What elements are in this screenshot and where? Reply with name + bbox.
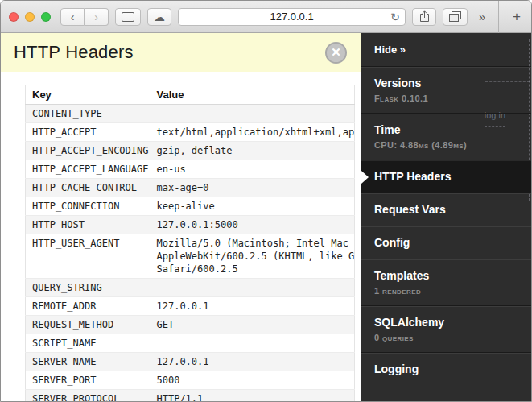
header-value-cell: 127.0.0.1 (151, 353, 355, 371)
traffic-light-close[interactable] (9, 12, 19, 22)
plus-icon: + (513, 9, 521, 25)
browser-toolbar: ‹ › ☁ 127.0.0.1 ↻ » + (1, 1, 531, 33)
sidebar-item-versions[interactable]: Versions Flask 0.10.1 (361, 67, 531, 114)
sidebar-item-templates[interactable]: Templates 1 rendered (361, 259, 531, 306)
table-row: HTTP_HOST127.0.0.1:5000 (26, 216, 355, 234)
traffic-light-zoom[interactable] (41, 12, 51, 22)
header-key-cell: HTTP_ACCEPT_ENCODING (26, 142, 151, 160)
header-value-cell: 127.0.0.1 (151, 297, 355, 316)
header-value-cell: GET (151, 316, 355, 334)
header-key-cell: QUERY_STRING (26, 279, 151, 297)
header-key-cell: HTTP_CONNECTION (26, 197, 151, 216)
sidebar-toggle-button[interactable] (115, 8, 141, 26)
toolbar-overflow-button[interactable]: » (474, 8, 490, 26)
table-row: HTTP_CONNECTIONkeep-alive (26, 197, 355, 216)
table-row: REQUEST_METHODGET (26, 316, 355, 334)
sidebar-item-subtitle: Flask 0.10.1 (374, 93, 518, 103)
table-row: HTTP_ACCEPT_LANGUAGEen-us (26, 160, 355, 179)
sidebar-item-request-vars[interactable]: Request Vars (361, 193, 531, 226)
header-value-cell: HTTP/1.1 (151, 390, 355, 402)
header-key-cell: REQUEST_METHOD (26, 316, 151, 334)
sidebar-panes-icon (122, 12, 134, 22)
share-icon (419, 10, 430, 23)
back-button[interactable]: ‹ (60, 8, 85, 26)
sidebar-item-logging[interactable]: Logging (361, 353, 531, 385)
header-value-cell (151, 105, 355, 123)
header-key-cell: REMOTE_ADDR (26, 297, 151, 316)
panel-title: HTTP Headers (14, 42, 134, 63)
close-panel-button[interactable]: ✕ (325, 42, 347, 64)
new-tab-button[interactable]: + (507, 8, 526, 26)
browser-window: ‹ › ☁ 127.0.0.1 ↻ » + HTTP Headers ✕ (0, 0, 532, 402)
debug-toolbar-sidebar: log in Hide » Versions Flask 0.10.1 Time… (361, 33, 531, 401)
table-row: REMOTE_ADDR127.0.0.1 (26, 297, 355, 316)
header-value-cell (151, 279, 355, 297)
header-value-cell (151, 334, 355, 353)
chevron-overflow-icon: » (479, 9, 485, 25)
cloud-icon: ☁ (154, 9, 165, 25)
close-icon: ✕ (331, 45, 341, 60)
history-navigation: ‹ › (60, 8, 109, 26)
sidebar-item-label: SQLAlchemy (374, 316, 518, 329)
debug-panel: HTTP Headers ✕ Key Value CONTENT_TYPEHTT… (1, 33, 361, 401)
column-header-key: Key (26, 85, 151, 105)
table-row: HTTP_ACCEPTtext/html,application/xhtml+x… (26, 123, 355, 142)
table-row: CONTENT_TYPE (26, 105, 355, 123)
table-row: SERVER_NAME127.0.0.1 (26, 353, 355, 371)
traffic-light-minimize[interactable] (25, 12, 35, 22)
hide-toolbar-button[interactable]: Hide » (361, 33, 531, 67)
table-row: QUERY_STRING (26, 279, 355, 297)
sidebar-item-label: Time (374, 123, 518, 136)
back-icon: ‹ (71, 9, 75, 25)
page-content: HTTP Headers ✕ Key Value CONTENT_TYPEHTT… (1, 33, 531, 401)
forward-button[interactable]: › (85, 8, 109, 26)
header-value-cell: max-age=0 (151, 179, 355, 197)
header-key-cell: SCRIPT_NAME (26, 334, 151, 353)
header-value-cell: en-us (151, 160, 355, 179)
share-button[interactable] (412, 8, 436, 26)
header-value-cell: text/html,application/xhtml+xml,app (151, 123, 355, 142)
table-row: HTTP_CACHE_CONTROLmax-age=0 (26, 179, 355, 197)
header-value-cell: 127.0.0.1:5000 (151, 216, 355, 234)
headers-table-wrap: Key Value CONTENT_TYPEHTTP_ACCEPTtext/ht… (25, 85, 355, 401)
sidebar-item-config[interactable]: Config (361, 226, 531, 259)
window-controls (9, 12, 51, 22)
sidebar-item-http-headers[interactable]: HTTP Headers (361, 160, 531, 193)
sidebar-item-label: Logging (374, 363, 518, 375)
table-row: SCRIPT_NAME (26, 334, 355, 353)
tabs-icon (449, 11, 461, 22)
toolbar-divider (498, 1, 499, 33)
sidebar-item-label: Versions (374, 77, 518, 89)
header-value-cell: keep-alive (151, 197, 355, 216)
icloud-tabs-button[interactable]: ☁ (147, 8, 171, 26)
table-row: HTTP_USER_AGENTMozilla/5.0 (Macintosh; I… (26, 234, 355, 279)
headers-table-body: CONTENT_TYPEHTTP_ACCEPTtext/html,applica… (26, 105, 355, 402)
sidebar-item-subtitle: 1 rendered (374, 286, 518, 296)
header-key-cell: HTTP_USER_AGENT (26, 234, 151, 279)
header-key-cell: SERVER_PROTOCOL (26, 390, 151, 402)
header-value-cell: gzip, deflate (151, 142, 355, 160)
reload-icon[interactable]: ↻ (390, 10, 400, 24)
sidebar-item-sqlalchemy[interactable]: SQLAlchemy 0 queries (361, 306, 531, 353)
header-key-cell: HTTP_ACCEPT (26, 123, 151, 142)
header-key-cell: SERVER_PORT (26, 371, 151, 390)
sidebar-item-label: Request Vars (374, 203, 518, 216)
table-row: SERVER_PORT5000 (26, 371, 355, 390)
sidebar-item-subtitle: 0 queries (374, 333, 518, 342)
sidebar-item-label: HTTP Headers (374, 170, 518, 183)
forward-icon: › (94, 9, 98, 25)
header-key-cell: CONTENT_TYPE (26, 105, 151, 123)
sidebar-item-subtitle: CPU: 4.88ms (4.89ms) (374, 140, 518, 150)
headers-table: Key Value CONTENT_TYPEHTTP_ACCEPTtext/ht… (25, 85, 355, 401)
tab-overview-button[interactable] (443, 8, 468, 26)
sidebar-item-time[interactable]: Time CPU: 4.88ms (4.89ms) (361, 114, 531, 160)
header-key-cell: SERVER_NAME (26, 353, 151, 371)
header-key-cell: HTTP_CACHE_CONTROL (26, 179, 151, 197)
header-value-cell: Mozilla/5.0 (Macintosh; Intel Mac O Appl… (151, 234, 355, 279)
sidebar-item-label: Config (374, 236, 518, 249)
table-row: SERVER_PROTOCOLHTTP/1.1 (26, 390, 355, 402)
address-bar[interactable]: 127.0.0.1 ↻ (178, 8, 406, 26)
sidebar-item-label: Templates (374, 269, 518, 282)
url-text: 127.0.0.1 (270, 10, 313, 23)
table-header-row: Key Value (26, 85, 355, 105)
